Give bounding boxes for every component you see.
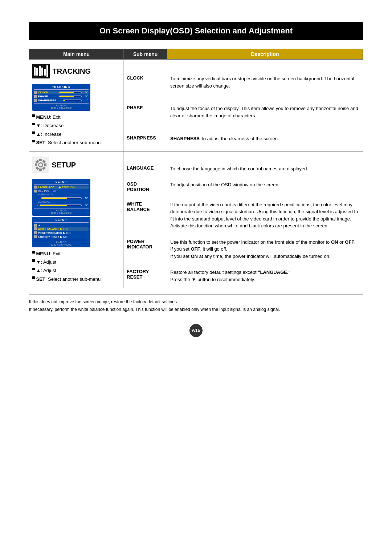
section-desc-header-tracking (167, 60, 363, 71)
page-badge: A15 (189, 324, 203, 337)
sub-label-setup-2: WHITEBALANCE (124, 197, 167, 234)
svg-rect-10 (44, 163, 46, 166)
sub-label-setup-0: LANGUAGE (124, 161, 167, 177)
desc-text-setup-4: Restore all factory default settings exc… (167, 264, 363, 288)
section-main-setup: SETUP SETUP LANGUAGE ▶ ENGLISH OSD POSIT… (29, 152, 124, 288)
sub-label-setup-1: OSDPOSITION (124, 177, 167, 197)
desc-text-setup-0: To choose the language in which the cont… (167, 161, 363, 177)
sub-label-tracking-2: SHARPNESS (124, 131, 167, 152)
svg-rect-5 (44, 69, 46, 76)
desc-text-setup-2: If the output of the video card is diffe… (167, 197, 363, 234)
page-title: On Screen Display(OSD) Selection and Adj… (29, 22, 363, 40)
svg-rect-2 (36, 68, 38, 76)
svg-rect-12 (39, 169, 42, 171)
desc-text-tracking-2: SHARPNESS To adjust the clearness of the… (167, 131, 363, 152)
header-sub: Sub menu (124, 49, 167, 60)
section-desc-header-setup (167, 152, 363, 161)
sub-label-setup-3: POWERINDICATOR (124, 234, 167, 265)
desc-text-tracking-1: To adjust the focus of the display. This… (167, 101, 363, 130)
header-desc: Description (167, 49, 363, 60)
footer-note: If this does not improve the screen imag… (29, 294, 363, 313)
desc-text-setup-1: To adjust position of the OSD window on … (167, 177, 363, 197)
header-main: Main menu (29, 49, 124, 60)
desc-text-tracking-0: To minimize any vertical bars or stripes… (167, 71, 363, 101)
section-main-tracking: TRACKING TRACKING CLOCK 50 PHASE 50 SHAR… (29, 60, 124, 152)
sub-label-tracking-0: CLOCK (124, 71, 167, 101)
main-table: Main menu Sub menu Description TRACKING … (29, 49, 363, 288)
svg-rect-6 (46, 65, 48, 77)
sub-label-setup-4: FACTORYRESET (124, 264, 167, 288)
svg-rect-16 (39, 159, 42, 161)
svg-rect-3 (39, 66, 41, 76)
svg-rect-14 (35, 163, 37, 166)
desc-text-setup-3: Use this function to set the power indic… (167, 234, 363, 265)
svg-rect-4 (41, 68, 43, 76)
svg-point-9 (39, 163, 42, 166)
svg-rect-1 (34, 67, 36, 76)
page-badge-container: A15 (29, 320, 363, 341)
section-sub-header-setup (124, 152, 167, 161)
section-sub-header-tracking (124, 60, 167, 71)
sub-label-tracking-1: PHASE (124, 101, 167, 130)
